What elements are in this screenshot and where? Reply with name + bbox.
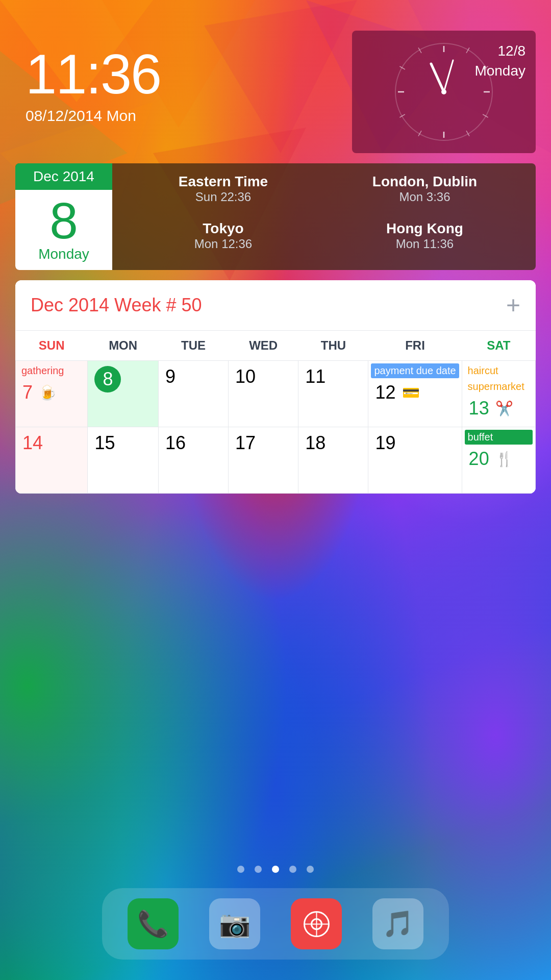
calendar-cell-dec16[interactable]: 16	[158, 427, 228, 494]
calendar-cell-dec19[interactable]: 19	[368, 427, 462, 494]
dock-area: 📞 📷 🎵	[0, 776, 551, 980]
col-header-sun: SUN	[16, 331, 88, 361]
fork-icon: 🍴	[495, 451, 513, 468]
digital-clock-widget: 11:36 08/12/2014 Mon	[15, 31, 342, 153]
clock-city-tokyo: Tokyo	[128, 220, 319, 237]
col-header-tue: TUE	[158, 331, 228, 361]
calendar-table: SUN MON TUE WED THU FRI SAT gathering	[15, 330, 536, 494]
calendar-header-row: SUN MON TUE WED THU FRI SAT	[16, 331, 536, 361]
day-19: 19	[371, 430, 399, 456]
add-event-button[interactable]: +	[506, 293, 520, 317]
clock-city-eastern: Eastern Time	[128, 174, 319, 190]
date-day-name: Monday	[15, 246, 112, 267]
calendar-cell-dec11[interactable]: 11	[298, 361, 368, 427]
day-17: 17	[231, 430, 260, 456]
analog-clock-widget: 12/8 Monday	[352, 31, 536, 153]
world-clocks: Eastern Time Sun 22:36 London, Dublin Mo…	[112, 163, 536, 270]
digital-time: 11:36	[26, 46, 332, 102]
beer-icon: 🍺	[39, 384, 57, 401]
card-icon: 💳	[402, 384, 420, 401]
analog-date-line1: 12/8	[498, 43, 526, 59]
page-dot-1	[237, 866, 244, 873]
scissors-icon: ✂️	[495, 400, 513, 417]
day-11: 11	[301, 363, 330, 390]
clock-entry-tokyo: Tokyo Mon 12:36	[128, 220, 319, 260]
day-12: 12	[371, 379, 399, 406]
clock-city-london: London, Dublin	[329, 174, 520, 190]
day-9: 9	[161, 363, 180, 390]
event-supermarket: supermarket	[465, 379, 533, 394]
browser-dock-icon[interactable]	[291, 898, 342, 949]
col-header-mon: MON	[88, 331, 158, 361]
day-14: 14	[18, 430, 47, 456]
calendar-cell-dec20[interactable]: buffet 20 🍴	[462, 427, 535, 494]
phone-dock-icon[interactable]: 📞	[128, 898, 179, 949]
day-13: 13	[465, 395, 493, 422]
page-dot-4	[289, 866, 296, 873]
clock-entry-eastern: Eastern Time Sun 22:36	[128, 174, 319, 213]
top-widgets-row: 11:36 08/12/2014 Mon 12/8 Monday	[15, 31, 536, 153]
day-8-today: 8	[94, 366, 121, 393]
calendar-cell-dec14[interactable]: 14	[16, 427, 88, 494]
svg-point-23	[441, 89, 446, 94]
calendar-cell-dec9[interactable]: 9	[158, 361, 228, 427]
analog-clock-svg	[393, 41, 495, 143]
clock-time-hongkong: Mon 11:36	[329, 237, 520, 251]
calendar-widget: Dec 2014 Week # 50 + SUN MON TUE WED THU…	[15, 280, 536, 494]
svg-line-21	[431, 64, 444, 92]
col-header-fri: FRI	[368, 331, 462, 361]
calendar-cell-dec8[interactable]: 8	[88, 361, 158, 427]
date-header: Dec 2014	[15, 163, 112, 190]
app-dock: 📞 📷 🎵	[102, 888, 449, 960]
calendar-cell-dec17[interactable]: 17	[229, 427, 298, 494]
event-payment: payment due date	[371, 363, 459, 378]
clock-city-hongkong: Hong Kong	[329, 220, 520, 237]
col-header-sat: SAT	[462, 331, 535, 361]
col-header-thu: THU	[298, 331, 368, 361]
calendar-cell-dec18[interactable]: 18	[298, 427, 368, 494]
day-16: 16	[161, 430, 190, 456]
browser-icon-svg	[303, 910, 331, 938]
event-gathering: gathering	[18, 363, 85, 378]
calendar-week-1: gathering 7 🍺 8	[16, 361, 536, 427]
col-header-wed: WED	[229, 331, 298, 361]
camera-dock-icon[interactable]: 📷	[209, 898, 260, 949]
page-dot-3-active	[272, 866, 279, 873]
date-body: 8 Monday	[15, 190, 112, 270]
day-15: 15	[90, 430, 119, 456]
event-haircut: haircut	[465, 363, 533, 378]
main-content: 11:36 08/12/2014 Mon 12/8 Monday	[0, 0, 551, 494]
calendar-title: Dec 2014 Week # 50	[31, 295, 202, 316]
music-dock-icon[interactable]: 🎵	[372, 898, 423, 949]
clock-time-tokyo: Mon 12:36	[128, 237, 319, 251]
calendar-week-2: 14 15	[16, 427, 536, 494]
calendar-cell-dec10[interactable]: 10	[229, 361, 298, 427]
clock-time-london: Mon 3:36	[329, 190, 520, 204]
clock-face	[393, 41, 495, 143]
calendar-cell-dec13[interactable]: haircut supermarket 13 ✂️	[462, 361, 535, 427]
date-number: 8	[15, 195, 112, 246]
day-10: 10	[231, 363, 260, 390]
page-dot-5	[307, 866, 314, 873]
middle-row: Dec 2014 8 Monday Eastern Time Sun 22:36…	[15, 163, 536, 270]
clock-time-eastern: Sun 22:36	[128, 190, 319, 204]
svg-line-22	[444, 60, 453, 92]
digital-date: 08/12/2014 Mon	[26, 107, 332, 125]
event-buffet: buffet	[465, 430, 533, 445]
clock-entry-london: London, Dublin Mon 3:36	[329, 174, 520, 213]
date-widget: Dec 2014 8 Monday	[15, 163, 112, 270]
day-7: 7	[18, 379, 37, 406]
day-18: 18	[301, 430, 330, 456]
calendar-cell-dec15[interactable]: 15	[88, 427, 158, 494]
clock-entry-hongkong: Hong Kong Mon 11:36	[329, 220, 520, 260]
calendar-header: Dec 2014 Week # 50 +	[15, 280, 536, 330]
page-dot-2	[255, 866, 262, 873]
calendar-cell-dec7[interactable]: gathering 7 🍺	[16, 361, 88, 427]
day-20: 20	[465, 446, 493, 472]
dock-indicators	[237, 866, 314, 873]
calendar-cell-dec12[interactable]: payment due date 12 💳	[368, 361, 462, 427]
